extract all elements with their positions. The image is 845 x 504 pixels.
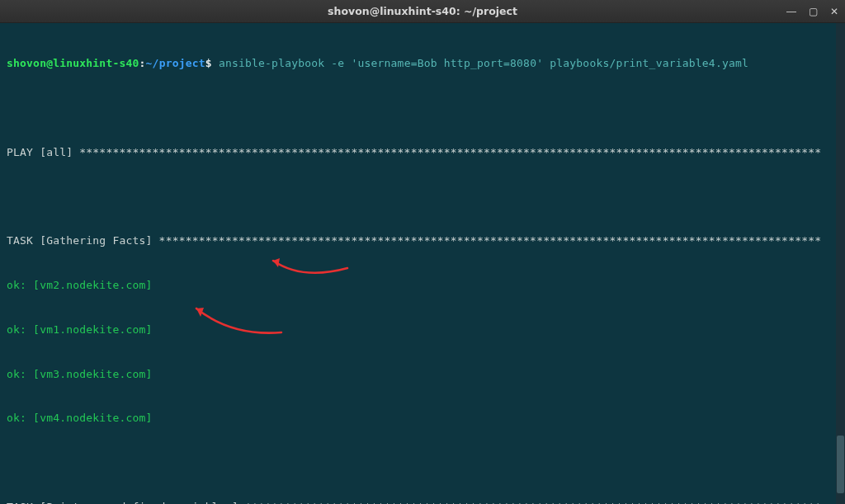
prompt-tilde: ~	[146, 57, 153, 69]
scrollbar-track[interactable]	[836, 23, 845, 504]
titlebar: shovon@linuxhint-s40: ~/project — ▢ ✕	[0, 0, 845, 23]
command-text-value: ansible-playbook -e 'username=Bob http_p…	[219, 57, 748, 69]
task-print-header: TASK [Print user defined variables] ****…	[7, 500, 840, 504]
prompt-dollar: $	[205, 57, 212, 69]
blank-line	[7, 189, 840, 204]
window-controls: — ▢ ✕	[786, 6, 840, 17]
terminal-area[interactable]: shovon@linuxhint-s40:~/project$ ansible-…	[0, 23, 845, 504]
terminal-window: shovon@linuxhint-s40: ~/project — ▢ ✕ sh…	[0, 0, 845, 504]
prompt-user-host: shovon@linuxhint-s40	[7, 57, 139, 69]
command-text	[212, 57, 219, 69]
prompt-line-1: shovon@linuxhint-s40:~/project$ ansible-…	[7, 56, 840, 71]
play-all-header: PLAY [all] *****************************…	[7, 145, 840, 160]
window-title: shovon@linuxhint-s40: ~/project	[328, 5, 517, 17]
svg-marker-0	[273, 258, 280, 267]
annotation-arrows	[0, 23, 845, 504]
gather-ok-line: ok: [vm3.nodekite.com]	[7, 367, 840, 382]
maximize-button[interactable]: ▢	[807, 6, 819, 17]
scrollbar-thumb[interactable]	[837, 436, 844, 493]
prompt-colon: :	[139, 57, 146, 69]
svg-marker-1	[196, 308, 204, 317]
close-button[interactable]: ✕	[828, 6, 840, 17]
blank-line	[7, 101, 840, 115]
minimize-button[interactable]: —	[786, 6, 797, 17]
gather-ok-line: ok: [vm1.nodekite.com]	[7, 323, 840, 337]
blank-line	[7, 455, 840, 470]
task-gathering-header: TASK [Gathering Facts] *****************…	[7, 233, 840, 248]
gather-ok-line: ok: [vm2.nodekite.com]	[7, 278, 840, 293]
prompt-path: /project	[153, 57, 205, 69]
gather-ok-line: ok: [vm4.nodekite.com]	[7, 411, 840, 426]
